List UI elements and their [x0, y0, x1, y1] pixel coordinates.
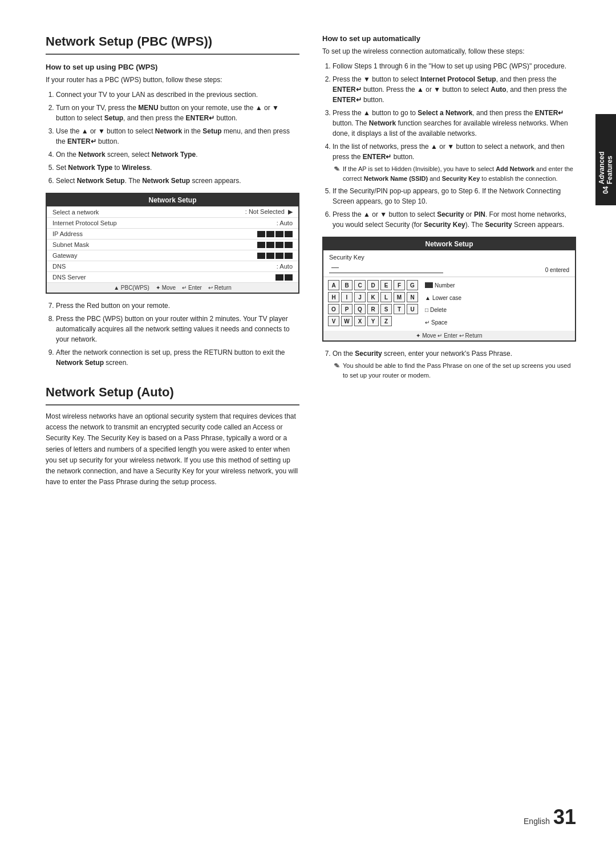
key-C[interactable]: C [354, 280, 366, 290]
security-key-count: 0 entered [545, 267, 569, 273]
key-J[interactable]: J [354, 292, 366, 302]
subsection1-title: How to set up using PBC (WPS) [46, 63, 299, 71]
keyboard-row-4: V W X Y Z [328, 316, 418, 326]
action-number: Number [425, 282, 461, 289]
key-P[interactable]: P [341, 304, 352, 314]
keyboard-actions: Number ▲ Lower case □ Delete ↵ Space [423, 280, 461, 328]
subnet-blocks [257, 242, 293, 248]
key-I[interactable]: I [341, 292, 352, 302]
section2-title: Network Setup (Auto) [46, 385, 299, 405]
key-R[interactable]: R [367, 304, 379, 314]
key-D[interactable]: D [367, 280, 379, 290]
auto-steps-list: Follow Steps 1 through 6 in the "How to … [322, 61, 576, 230]
keyboard-row-1: A B C D E F G [328, 280, 418, 290]
key-F[interactable]: F [394, 280, 405, 290]
action-space: ↵ Space [425, 319, 461, 326]
key-T[interactable]: T [394, 304, 405, 314]
lowercase-icon: ▲ [425, 295, 431, 301]
keyboard-row-3: O P Q R S T U [328, 304, 418, 314]
key-Z[interactable]: Z [380, 316, 392, 326]
auto-step2: Press the ▼ button to select Internet Pr… [333, 74, 576, 105]
section1-title: Network Setup (PBC (WPS)) [46, 34, 299, 55]
key-G[interactable]: G [407, 280, 418, 290]
ip-blocks [257, 231, 293, 237]
right-column: How to set up automatically To set up th… [322, 34, 576, 493]
security-box-title: Network Setup [323, 238, 575, 250]
dns-blocks [275, 274, 293, 281]
step7-note: ✎ You should be able to find the Pass Ph… [333, 361, 576, 380]
step7-left: Press the Red button on your remote. [56, 301, 299, 311]
step9-left: After the network connection is set up, … [56, 347, 299, 368]
security-key-input[interactable]: — [329, 263, 443, 273]
keyboard-row-2: H I J K L M N [328, 292, 418, 302]
key-H[interactable]: H [328, 292, 339, 302]
auto-step3: Press the ▲ button to go to Select a Net… [333, 108, 576, 139]
key-M[interactable]: M [394, 292, 405, 302]
key-Y[interactable]: Y [367, 316, 379, 326]
key-K[interactable]: K [367, 292, 379, 302]
key-N[interactable]: N [407, 292, 418, 302]
network-row-protocol: Internet Protocol Setup : Auto [47, 218, 298, 229]
key-L[interactable]: L [380, 292, 392, 302]
page: 04 Advanced Features Network Setup (PBC … [0, 0, 616, 852]
space-icon: ↵ [425, 319, 429, 326]
key-V[interactable]: V [328, 316, 339, 326]
steps1-list: Connect your TV to your LAN as described… [46, 90, 299, 186]
security-key-box: Network Setup Security Key — 0 entered A… [322, 237, 576, 342]
security-box-footer: ✦ Move ↵ Enter ↩ Return [323, 331, 575, 340]
footer-number: 31 [553, 805, 576, 829]
step5-item: Set Network Type to Wireless. [56, 163, 299, 173]
page-footer: English 31 [524, 805, 576, 829]
keyboard-keys: A B C D E F G H I J K [328, 280, 418, 328]
key-X[interactable]: X [354, 316, 366, 326]
key-O[interactable]: O [328, 304, 339, 314]
security-key-row: — 0 entered [329, 263, 569, 273]
key-Q[interactable]: Q [354, 304, 366, 314]
auto-intro: To set up the wireless connection automa… [322, 46, 576, 56]
key-U[interactable]: U [407, 304, 418, 314]
steps1-after-list: Press the Red button on your remote. Pre… [46, 301, 299, 368]
security-key-label: Security Key [329, 254, 569, 261]
security-key-section: Security Key — 0 entered [323, 250, 575, 277]
auto-step1: Follow Steps 1 through 6 in the "How to … [333, 61, 576, 71]
subsection1-intro: If your router has a PBC (WPS) button, f… [46, 75, 299, 85]
footer-text: English [524, 817, 550, 826]
main-content: Network Setup (PBC (WPS)) How to set up … [46, 34, 576, 493]
action-delete: □ Delete [425, 307, 461, 313]
auto-subsection-title: How to set up automatically [322, 34, 576, 43]
step1-item: Connect your TV to your LAN as described… [56, 90, 299, 100]
left-column: Network Setup (PBC (WPS)) How to set up … [46, 34, 299, 493]
auto-step4: In the list of networks, press the ▲ or … [333, 141, 576, 183]
ap-note: ✎ If the AP is set to Hidden (Invisible)… [333, 164, 576, 183]
number-icon [425, 282, 433, 288]
auto-step5: If the Security/PIN pop-up appears, go t… [333, 186, 576, 206]
network-row-dns-server: DNS Server [47, 272, 298, 283]
network-row-dns: DNS : Auto [47, 261, 298, 272]
network-box-footer: ▲ PBC(WPS) ✦ Move ↵ Enter ↩ Return [47, 283, 298, 293]
key-A[interactable]: A [328, 280, 339, 290]
key-E[interactable]: E [380, 280, 392, 290]
right-steps-after: On the Security screen, enter your netwo… [322, 348, 576, 380]
network-setup-box: Network Setup Select a network : Not Sel… [46, 193, 299, 294]
key-B[interactable]: B [341, 280, 352, 290]
gateway-blocks [257, 253, 293, 259]
step2-item: Turn on your TV, press the MENU button o… [56, 103, 299, 123]
delete-icon: □ [425, 307, 428, 313]
keyboard-area: A B C D E F G H I J K [323, 277, 575, 331]
step4-item: On the Network screen, select Network Ty… [56, 149, 299, 160]
network-box-title: Network Setup [47, 194, 298, 206]
action-lowercase: ▲ Lower case [425, 295, 461, 301]
network-row-ip: IP Address [47, 229, 298, 240]
key-S[interactable]: S [380, 304, 392, 314]
auto-step6: Press the ▲ or ▼ button to select Securi… [333, 209, 576, 230]
key-W[interactable]: W [341, 316, 352, 326]
step8-left: Press the PBC (WPS) button on your route… [56, 314, 299, 344]
section2-intro: Most wireless networks have an optional … [46, 411, 299, 488]
step3-item: Use the ▲ or ▼ button to select Network … [56, 126, 299, 147]
step6-item: Select Network Setup. The Network Setup … [56, 176, 299, 186]
side-tab: 04 Advanced Features [595, 114, 616, 205]
network-row-select: Select a network : Not Selected ▶ [47, 206, 298, 218]
network-row-subnet: Subnet Mask [47, 240, 298, 250]
right-step7: On the Security screen, enter your netwo… [333, 348, 576, 380]
network-row-gateway: Gateway [47, 250, 298, 261]
